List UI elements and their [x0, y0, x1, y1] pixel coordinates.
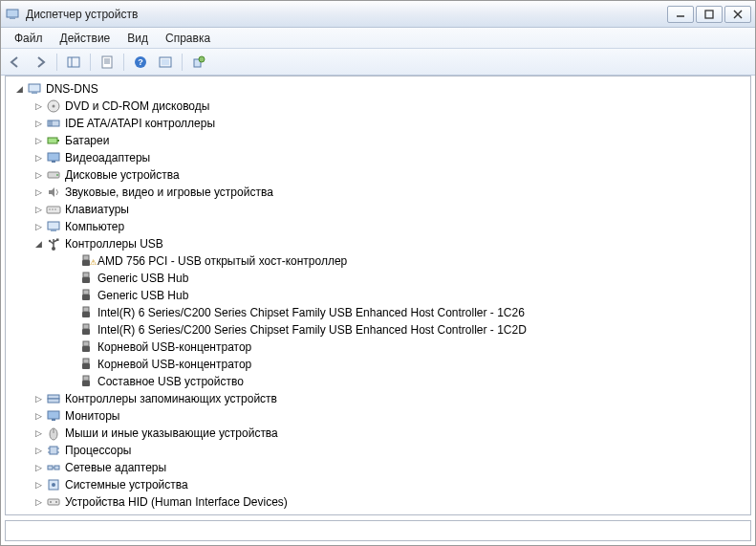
- svg-rect-48: [82, 295, 90, 300]
- tree-category-label: Устройства HID (Human Interface Devices): [65, 493, 288, 511]
- update-driver-button[interactable]: [188, 52, 209, 73]
- expander-closed-icon[interactable]: ▷: [32, 410, 44, 422]
- expander-open-icon[interactable]: ◢: [13, 83, 25, 95]
- properties-button[interactable]: [97, 52, 118, 73]
- svg-rect-31: [47, 207, 60, 213]
- svg-point-17: [199, 56, 205, 62]
- network-icon: [46, 460, 61, 475]
- tree-category-label: Мыши и иные указывающие устройства: [65, 425, 278, 442]
- expander-closed-icon[interactable]: ▷: [32, 118, 44, 129]
- tree-category-stor[interactable]: ▷Контроллеры запоминающих устройств: [8, 390, 748, 407]
- usb-plug-icon: [78, 357, 94, 372]
- tree-category-cpu[interactable]: ▷Процессоры: [8, 442, 748, 459]
- expander-none: [65, 255, 76, 267]
- expander-closed-icon[interactable]: ▷: [32, 427, 44, 439]
- tree-category-kbd[interactable]: ▷Клавиатуры: [8, 201, 748, 218]
- svg-rect-36: [51, 229, 56, 231]
- device-tree-panel[interactable]: ◢DNS-DNS▷DVD и CD-ROM дисководы▷IDE ATA/…: [5, 76, 751, 515]
- usb-plug-icon: [78, 339, 94, 355]
- tree-device-item[interactable]: Корневой USB-концентратор: [8, 339, 748, 356]
- menu-action[interactable]: Действие: [53, 30, 119, 47]
- usb-plug-icon: [78, 305, 94, 320]
- cpu-icon: [46, 443, 61, 458]
- expander-closed-icon[interactable]: ▷: [32, 100, 44, 112]
- tree-category-label: Контроллеры USB: [65, 235, 163, 252]
- expander-closed-icon[interactable]: ▷: [32, 445, 44, 456]
- tree-device-item[interactable]: Intel(R) 6 Series/C200 Series Chipset Fa…: [8, 304, 748, 321]
- close-button[interactable]: [724, 6, 751, 23]
- tree-category-dsk[interactable]: ▷Дисковые устройства: [8, 166, 748, 184]
- minimize-button[interactable]: [667, 6, 694, 23]
- svg-rect-62: [52, 419, 55, 421]
- expander-closed-icon[interactable]: ▷: [32, 462, 44, 473]
- tree-category-mon[interactable]: ▷Мониторы: [8, 407, 748, 425]
- expander-closed-icon[interactable]: ▷: [32, 221, 44, 232]
- expander-none: [65, 376, 76, 387]
- tree-root-node[interactable]: ◢DNS-DNS: [8, 80, 748, 98]
- svg-rect-27: [48, 153, 59, 161]
- svg-point-74: [52, 483, 55, 487]
- tree-device-item[interactable]: Составное USB устройство: [8, 373, 748, 390]
- svg-rect-0: [7, 10, 18, 17]
- tree-device-label: Intel(R) 6 Series/C200 Series Chipset Fa…: [97, 321, 527, 339]
- svg-rect-54: [82, 346, 90, 352]
- tree-category-bat[interactable]: ▷Батареи: [8, 132, 748, 149]
- tree-category-label: Компьютер: [65, 218, 124, 235]
- tree-category-net[interactable]: ▷Сетевые адаптеры: [8, 459, 748, 476]
- svg-rect-50: [82, 312, 90, 317]
- svg-point-34: [54, 208, 56, 210]
- tree-category-label: Сетевые адаптеры: [65, 459, 166, 476]
- forward-button[interactable]: [30, 52, 51, 73]
- tree-category-snd[interactable]: ▷Звуковые, видео и игровые устройства: [8, 184, 748, 201]
- expander-closed-icon[interactable]: ▷: [32, 152, 44, 164]
- toolbar-separator: [90, 54, 91, 71]
- tree-category-sys[interactable]: ▷Системные устройства: [8, 476, 748, 493]
- tree-device-item[interactable]: Intel(R) 6 Series/C200 Series Chipset Fa…: [8, 321, 748, 339]
- toolbar-separator: [123, 54, 124, 71]
- usb-plug-icon: [78, 288, 94, 303]
- expander-closed-icon[interactable]: ▷: [32, 393, 44, 404]
- display-icon: [46, 150, 61, 165]
- usb-plug-icon: [78, 374, 94, 389]
- tree-category-label: Батареи: [65, 132, 109, 149]
- tree-category-cmp[interactable]: ▷Компьютер: [8, 218, 748, 235]
- scan-hardware-button[interactable]: [155, 52, 176, 73]
- tree-device-item[interactable]: Generic USB Hub: [8, 287, 748, 304]
- tree-category-hid[interactable]: ▷Устройства HID (Human Interface Devices…: [8, 493, 748, 511]
- maximize-button[interactable]: [696, 6, 723, 23]
- tree-category-mse[interactable]: ▷Мыши и иные указывающие устройства: [8, 425, 748, 442]
- menu-file[interactable]: Файл: [7, 30, 51, 47]
- tree-category-label: Контроллеры запоминающих устройств: [65, 390, 277, 407]
- svg-point-76: [50, 501, 52, 503]
- svg-rect-19: [32, 92, 37, 94]
- svg-rect-65: [50, 447, 57, 454]
- menu-view[interactable]: Вид: [119, 30, 156, 47]
- tree-category-ide[interactable]: ▷IDE ATA/ATAPI контроллеры: [8, 115, 748, 132]
- tree-category-dvd[interactable]: ▷DVD и CD-ROM дисководы: [8, 98, 748, 115]
- svg-rect-42: [56, 239, 59, 242]
- disc-icon: [46, 98, 61, 114]
- svg-rect-59: [48, 395, 59, 399]
- expander-closed-icon[interactable]: ▷: [32, 135, 44, 146]
- expander-closed-icon[interactable]: ▷: [32, 169, 44, 181]
- menu-help[interactable]: Справка: [158, 30, 218, 47]
- expander-closed-icon[interactable]: ▷: [32, 479, 44, 491]
- device-tree: ◢DNS-DNS▷DVD и CD-ROM дисководы▷IDE ATA/…: [8, 80, 748, 511]
- back-button[interactable]: [5, 52, 26, 73]
- svg-point-30: [56, 174, 58, 176]
- expander-closed-icon[interactable]: ▷: [32, 496, 44, 508]
- tree-device-item[interactable]: AMD 756 PCI - USB открытый хост-контролл…: [8, 252, 748, 270]
- tree-category-label: Клавиатуры: [65, 201, 129, 218]
- expander-closed-icon[interactable]: ▷: [32, 204, 44, 215]
- show-hide-tree-button[interactable]: [63, 52, 84, 73]
- tree-device-item[interactable]: Корневой USB-концентратор: [8, 356, 748, 373]
- expander-open-icon[interactable]: ◢: [32, 238, 44, 250]
- svg-rect-56: [82, 363, 90, 369]
- tree-category-usb[interactable]: ◢Контроллеры USB: [8, 235, 748, 252]
- help-button[interactable]: ?: [130, 52, 151, 73]
- svg-rect-18: [29, 84, 40, 92]
- tree-category-vid[interactable]: ▷Видеоадаптеры: [8, 149, 748, 166]
- expander-closed-icon[interactable]: ▷: [32, 186, 44, 198]
- tree-device-item[interactable]: Generic USB Hub: [8, 270, 748, 287]
- toolbar-separator: [182, 54, 183, 71]
